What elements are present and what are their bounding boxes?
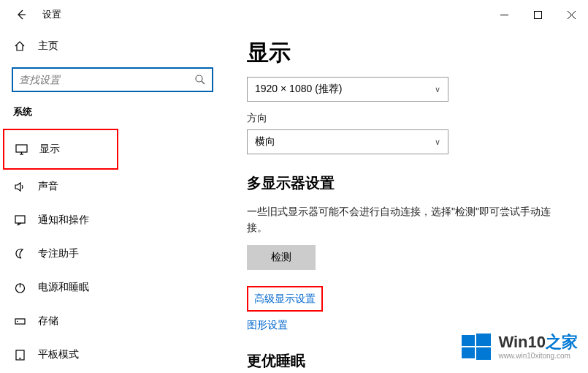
focus-icon (13, 248, 26, 260)
back-button[interactable] (13, 7, 29, 23)
close-button[interactable] (554, 3, 588, 26)
search-icon (194, 74, 206, 86)
svg-rect-7 (16, 145, 27, 152)
sound-icon (13, 181, 26, 193)
windows-logo-icon (460, 331, 492, 363)
detect-button[interactable]: 检测 (247, 245, 316, 270)
sidebar-item-display[interactable]: 显示 (3, 129, 118, 170)
multi-display-heading: 多显示器设置 (247, 173, 566, 193)
maximize-button[interactable] (521, 3, 554, 26)
svg-rect-2 (534, 11, 541, 18)
arrow-left-icon (15, 9, 27, 20)
orientation-label: 方向 (247, 112, 566, 125)
svg-point-5 (196, 75, 202, 82)
sidebar-item-label: 通知和操作 (38, 214, 89, 227)
sidebar-item-label: 声音 (38, 180, 58, 193)
home-icon (13, 40, 26, 52)
resolution-dropdown[interactable]: 1920 × 1080 (推荐) ∨ (247, 77, 448, 102)
sidebar-item-sound[interactable]: 声音 (0, 170, 225, 203)
sidebar-item-focus[interactable]: 专注助手 (0, 237, 225, 271)
storage-icon (13, 315, 26, 328)
sidebar-item-label: 平板模式 (38, 348, 79, 361)
home-button[interactable]: 主页 (0, 32, 225, 60)
sidebar-item-label: 电源和睡眠 (38, 281, 89, 294)
watermark-url: www.win10xitong.com (498, 352, 578, 360)
notification-icon (13, 214, 26, 227)
page-heading: 显示 (247, 38, 566, 68)
svg-rect-19 (462, 347, 475, 358)
search-input[interactable] (19, 74, 194, 86)
sidebar-item-label: 存储 (38, 314, 58, 328)
window-title: 设置 (42, 8, 61, 21)
sidebar-item-tablet[interactable]: 平板模式 (0, 338, 225, 372)
monitor-icon (15, 143, 28, 156)
svg-rect-10 (15, 216, 25, 223)
search-input-wrapper[interactable] (12, 67, 213, 92)
svg-line-6 (202, 81, 205, 84)
minimize-icon (500, 11, 508, 19)
resolution-value: 1920 × 1080 (推荐) (255, 83, 342, 96)
multi-display-description: 一些旧式显示器可能不会进行自动连接，选择"检测"即可尝试手动连接。 (247, 203, 566, 236)
advanced-display-link[interactable]: 高级显示设置 (254, 293, 316, 304)
svg-rect-18 (476, 334, 491, 346)
watermark-brand: Win10之家 (498, 334, 578, 351)
minimize-button[interactable] (487, 3, 521, 26)
svg-rect-13 (15, 319, 25, 324)
maximize-icon (534, 11, 542, 19)
sidebar-item-notifications[interactable]: 通知和操作 (0, 203, 225, 237)
svg-rect-17 (462, 335, 475, 346)
svg-point-14 (17, 320, 18, 322)
sidebar: 主页 系统 显示 声音 通知和操作 (0, 29, 225, 373)
chevron-down-icon: ∨ (435, 85, 440, 94)
power-icon (13, 282, 26, 294)
watermark: Win10之家 www.win10xitong.com (460, 331, 578, 363)
sidebar-section-label: 系统 (0, 105, 225, 118)
close-icon (568, 11, 576, 19)
sidebar-item-power[interactable]: 电源和睡眠 (0, 271, 225, 304)
orientation-dropdown[interactable]: 横向 ∨ (247, 129, 448, 154)
home-label: 主页 (38, 39, 58, 53)
tablet-icon (13, 349, 26, 361)
main-content: 显示 1920 × 1080 (推荐) ∨ 方向 横向 ∨ 多显示器设置 一些旧… (225, 29, 588, 373)
sidebar-item-label: 显示 (39, 143, 60, 156)
sidebar-item-label: 专注助手 (38, 247, 79, 260)
sidebar-item-storage[interactable]: 存储 (0, 304, 225, 338)
orientation-value: 横向 (255, 135, 275, 148)
chevron-down-icon: ∨ (435, 137, 440, 147)
svg-rect-20 (476, 347, 491, 360)
advanced-display-link-highlight: 高级显示设置 (247, 286, 323, 312)
